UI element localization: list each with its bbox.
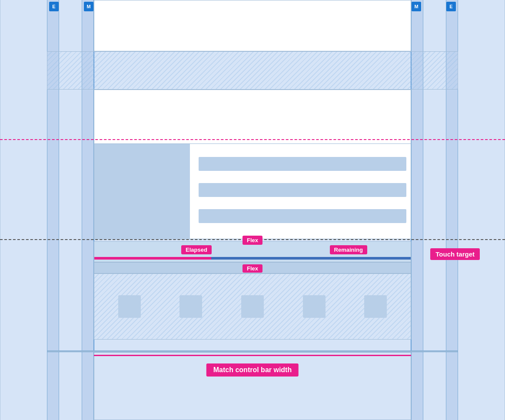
ctrl-btn-3[interactable] <box>241 295 264 318</box>
dashed-pink-line <box>0 139 505 140</box>
elapsed-label: Elapsed <box>181 245 212 254</box>
card-area <box>94 143 411 239</box>
progress-area: Flex Elapsed Remaining <box>94 241 411 262</box>
match-control-bar-width-label: Match control bar width <box>206 363 299 377</box>
ctrl-btn-4[interactable] <box>303 295 326 318</box>
badge-e-right: E <box>446 2 456 11</box>
text-bar-1 <box>199 157 406 171</box>
progress-bar-elapsed <box>94 257 211 260</box>
badge-m-right: M <box>412 2 421 11</box>
flex-label-1: Flex <box>243 236 262 245</box>
badge-m-left: M <box>84 2 93 11</box>
vline-outer-left <box>0 0 0 420</box>
controls-hatched <box>94 273 411 340</box>
section-top <box>94 0 411 51</box>
bottom-pink-line <box>94 355 411 356</box>
flex-label-2: Flex <box>243 264 262 273</box>
section-bottom <box>94 352 411 420</box>
card-image <box>94 144 190 240</box>
ctrl-btn-1[interactable] <box>118 295 141 318</box>
progress-bar-remaining <box>211 257 411 260</box>
text-bar-2 <box>199 183 406 197</box>
badge-e-left: E <box>49 2 59 11</box>
progress-bar-container <box>94 257 411 260</box>
text-bars <box>199 157 411 223</box>
controls-row: Flex <box>94 262 411 273</box>
ctrl-btn-2[interactable] <box>179 295 202 318</box>
section-hatched <box>47 51 458 90</box>
remaining-label: Remaining <box>330 245 367 254</box>
text-bar-3 <box>199 209 406 223</box>
ctrl-btn-5[interactable] <box>364 295 387 318</box>
touch-target-label: Touch target <box>430 248 480 260</box>
